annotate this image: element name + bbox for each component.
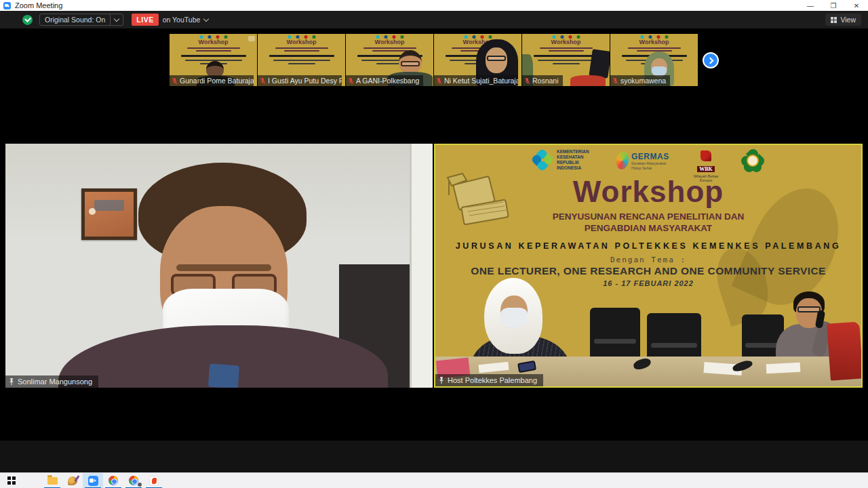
participant-nametag: syokumawena <box>610 75 670 86</box>
participant-nametag: I Gusti Ayu Putu Desy Roha... <box>258 75 342 86</box>
participant-nametag: Rosnani <box>522 75 563 86</box>
participant-name: I Gusti Ayu Putu Desy Roha... <box>268 77 342 85</box>
muted-mic-icon <box>172 77 178 85</box>
divider <box>110 14 111 26</box>
participant-name: Gunardi Pome Baturaja <box>180 77 254 85</box>
participant-name: Rosnani <box>532 77 559 85</box>
chevron-right-icon <box>707 57 713 64</box>
banner-title: Workshop <box>435 175 861 209</box>
picture-frame <box>81 188 137 240</box>
paint-icon <box>68 476 77 485</box>
taskbar-file-explorer[interactable] <box>42 473 62 488</box>
taskbar-chrome[interactable] <box>103 473 123 488</box>
participant-thumbnail[interactable]: Workshop I Gusti Ayu Putu Desy Roha... <box>258 34 345 86</box>
participant-name: Host Poltekkes Palembang <box>448 376 537 384</box>
filmstrip-next-button[interactable] <box>703 52 719 68</box>
start-button[interactable] <box>1 473 22 488</box>
red-laptop <box>827 321 863 380</box>
participant-nametag: Host Poltekkes Palembang <box>435 374 543 386</box>
banner-theme: ONE LECTURER, ONE RESEARCH AND ONE COMMU… <box>435 265 861 277</box>
live-destination-button[interactable]: on YouTube <box>163 16 213 24</box>
folder-icon <box>47 477 58 485</box>
participant-thumbnail[interactable]: Workshop Gunardi Pome Baturaja <box>170 34 257 86</box>
chevron-down-icon[interactable] <box>114 16 119 22</box>
taskbar-chrome-2[interactable] <box>123 473 144 488</box>
participant-nametag: Sonlimar Mangunsong <box>5 375 98 388</box>
main-video-right[interactable]: KEMENTERIAN KESEHATAN REPUBLIK INDONESIA… <box>434 144 863 388</box>
muted-mic-icon <box>348 77 354 85</box>
germas-logo: GERMAS Gerakan Masyarakat Hidup Sehat <box>616 152 671 170</box>
banner-subtitle-line2: PENGABDIAN MASYARAKAT <box>435 223 861 233</box>
windows-taskbar: 28°C Cerah 10:20 16/02/2022 <box>0 472 868 488</box>
participant-thumbnail[interactable]: Workshop Rosnani <box>522 34 610 86</box>
windows-logo-icon <box>7 476 16 485</box>
foxit-pdf-icon <box>149 476 159 485</box>
poltekkes-logo <box>741 149 764 172</box>
minimize-button[interactable]: — <box>799 0 822 11</box>
pin-icon <box>438 376 445 384</box>
muted-mic-icon <box>260 77 266 85</box>
banner-theme-label: Dengan Tema : <box>435 256 861 264</box>
maximize-button[interactable]: ❐ <box>822 0 845 11</box>
view-label: View <box>840 16 856 24</box>
papers <box>766 363 801 374</box>
participant-name: syokumawena <box>620 77 666 85</box>
participant-nametag: Ni Ketut Sujati_Baturaja <box>434 75 518 86</box>
pin-icon <box>8 378 15 386</box>
main-video-left[interactable]: Sonlimar Mangunsong <box>5 144 433 388</box>
kemenkes-logo: KEMENTERIAN KESEHATAN REPUBLIK INDONESIA <box>532 149 599 171</box>
muted-mic-icon <box>524 77 530 85</box>
door <box>410 144 433 388</box>
muted-mic-icon <box>436 77 442 85</box>
taskbar-zoom[interactable] <box>83 473 103 488</box>
grid-view-icon <box>831 17 837 23</box>
participant-name: A GANI-Polkesbang <box>356 77 419 85</box>
zoom-icon <box>88 476 98 486</box>
taskbar-foxit[interactable] <box>144 473 164 488</box>
camera-badge-icon <box>137 482 142 487</box>
muted-mic-icon <box>612 77 618 85</box>
banner-subtitle-line1: PENYUSUNAN RENCANA PENELITIAN DAN <box>435 211 861 222</box>
participant-name: Ni Ketut Sujati_Baturaja <box>444 77 518 85</box>
banner-department: JURUSAN KEPERAWATAN POLTEKKES KEMENKES P… <box>435 241 861 251</box>
zoom-app-icon <box>3 2 11 9</box>
close-button[interactable]: ✕ <box>845 0 868 11</box>
zoom-meeting-window: Zoom Meeting — ❐ ✕ Original Sound: On LI… <box>0 0 868 488</box>
window-titlebar: Zoom Meeting — ❐ ✕ <box>0 0 868 11</box>
participant-thumbnail[interactable]: Workshop A GANI-Polkesbang <box>346 34 433 86</box>
participant-name: Sonlimar Mangunsong <box>18 378 92 386</box>
chrome-icon <box>108 476 118 485</box>
view-button[interactable]: View <box>825 14 861 26</box>
taskbar-paint[interactable] <box>62 473 83 488</box>
meeting-controlbar: Mute Stop Video Security Participants 44… <box>0 441 868 472</box>
original-sound-button[interactable]: Original Sound: On <box>39 14 123 26</box>
participant-thumbnail[interactable]: Workshop Ni Ketut Sujati_Baturaja <box>434 34 521 86</box>
participant-nametag: Gunardi Pome Baturaja <box>170 75 254 86</box>
participant-thumbnail[interactable]: Workshop syokumawena <box>610 34 698 86</box>
live-badge: LIVE <box>132 14 158 26</box>
original-sound-label: Original Sound: On <box>40 16 110 24</box>
live-destination-label: on YouTube <box>163 16 201 24</box>
window-title: Zoom Meeting <box>15 1 62 9</box>
encryption-shield-icon[interactable] <box>22 15 33 25</box>
participant-nametag: A GANI-Polkesbang <box>346 75 423 86</box>
chevron-down-icon[interactable] <box>203 16 209 22</box>
camera-flip-icon[interactable] <box>248 36 255 41</box>
meeting-topbar: Original Sound: On LIVE on YouTube View <box>0 11 868 28</box>
